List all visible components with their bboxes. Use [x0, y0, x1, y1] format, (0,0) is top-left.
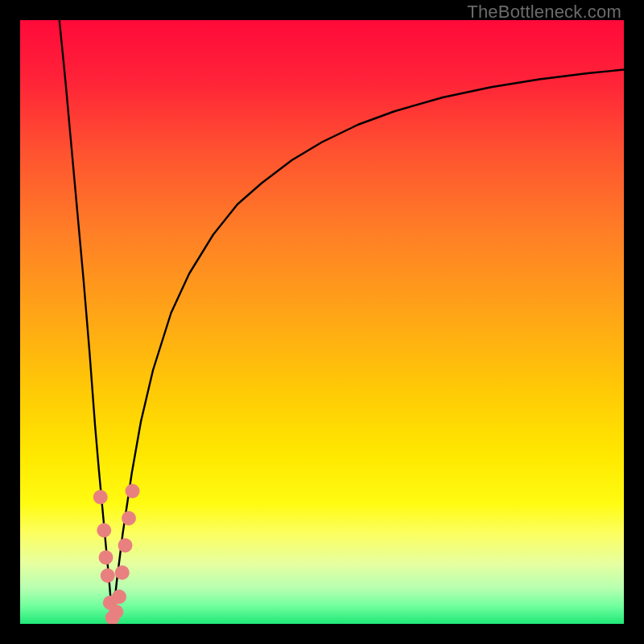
data-marker — [109, 605, 123, 619]
watermark-text: TheBottleneck.com — [467, 2, 621, 23]
data-marker — [99, 551, 114, 565]
data-marker — [93, 490, 108, 505]
data-marker — [126, 484, 140, 498]
data-marker — [101, 568, 115, 583]
data-markers — [93, 484, 140, 624]
plot-area — [20, 20, 624, 624]
data-marker — [115, 565, 130, 580]
curve-layer — [20, 20, 624, 624]
data-marker — [112, 589, 126, 604]
data-marker — [122, 511, 136, 526]
data-marker — [97, 523, 111, 538]
curve-right-branch — [113, 70, 624, 621]
chart-frame: TheBottleneck.com — [0, 0, 644, 644]
data-marker — [118, 539, 133, 553]
